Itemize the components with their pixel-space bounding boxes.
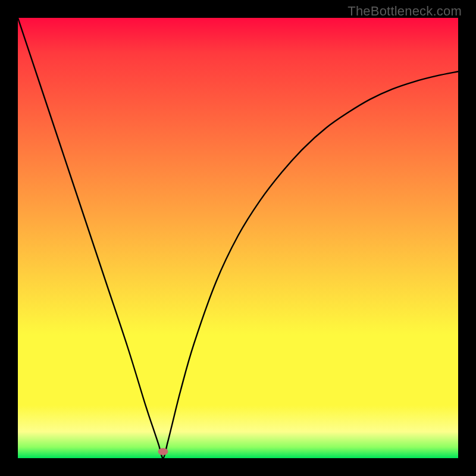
watermark-text: TheBottleneck.com [347, 4, 462, 19]
minimum-marker [158, 448, 168, 455]
bottleneck-curve [18, 18, 458, 458]
plot-area [18, 18, 458, 458]
